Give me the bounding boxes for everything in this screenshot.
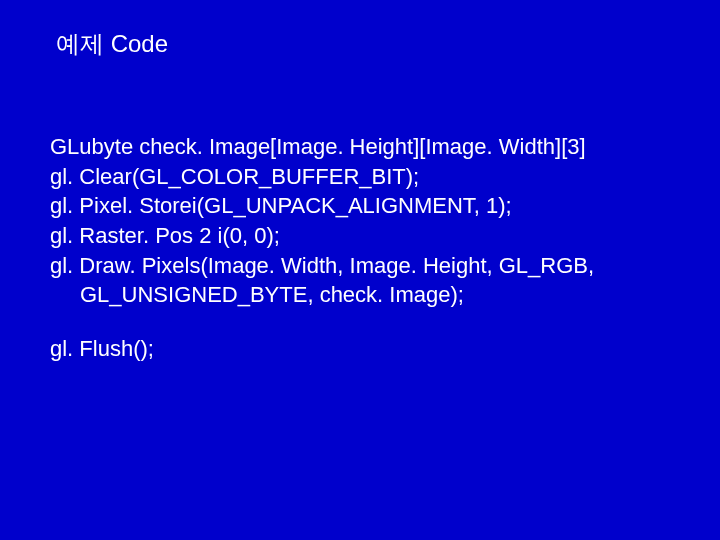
code-line: GLubyte check. Image[Image. Height][Imag… [50, 132, 670, 162]
code-line: gl. Flush(); [50, 334, 670, 364]
code-line: gl. Pixel. Storei(GL_UNPACK_ALIGNMENT, 1… [50, 191, 670, 221]
code-line: gl. Clear(GL_COLOR_BUFFER_BIT); [50, 162, 670, 192]
code-block: GLubyte check. Image[Image. Height][Imag… [50, 132, 670, 364]
code-line: gl. Draw. Pixels(Image. Width, Image. He… [50, 251, 670, 281]
code-line: GL_UNSIGNED_BYTE, check. Image); [50, 280, 670, 310]
code-line: gl. Raster. Pos 2 i(0, 0); [50, 221, 670, 251]
slide-title: 예제 Code [56, 28, 670, 60]
blank-line [50, 310, 670, 334]
